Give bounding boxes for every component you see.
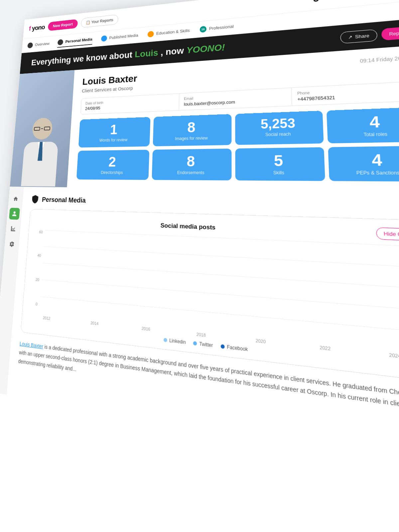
x-label: 2022 xyxy=(314,344,336,352)
tab-professional[interactable]: 16 Professional xyxy=(200,21,233,35)
x-label: 2024 xyxy=(383,351,399,360)
profile-photo xyxy=(10,70,75,188)
stat-directorships[interactable]: 2 Directorships xyxy=(76,150,149,180)
twitter-dot xyxy=(193,341,197,346)
chart-icon xyxy=(10,226,16,232)
stat-number: 8 xyxy=(158,119,226,135)
stat-label: Social reach xyxy=(241,131,317,138)
x-label xyxy=(336,346,359,354)
hero-actions: ↗ Share Report xyxy=(340,26,399,44)
bio-name-link[interactable]: Louis Baxter xyxy=(19,340,43,349)
y-label-0: 0 xyxy=(30,301,38,306)
tab-education-skills[interactable]: Education & Skills xyxy=(147,25,190,39)
stat-label: Endorsements xyxy=(157,170,225,175)
top-bar-left: f yono New Report 📋 Your Reports xyxy=(29,14,118,33)
tab-professional-label: Professional xyxy=(209,24,234,31)
tab-education-skills-label: Education & Skills xyxy=(156,28,190,36)
personal-media-dot xyxy=(58,39,64,45)
x-label xyxy=(230,335,251,343)
x-label xyxy=(271,340,292,347)
stat-images-for-review[interactable]: 8 Images for review xyxy=(153,114,231,146)
facebook-label: Facebook xyxy=(227,344,248,352)
reports-count: 5 xyxy=(313,0,319,4)
hero-name-value: Louis xyxy=(135,48,158,59)
stat-peps-sanctions[interactable]: 4 PEPs & Sanctions xyxy=(328,146,399,182)
legend-facebook: Facebook xyxy=(220,343,248,352)
new-report-button[interactable]: New Report xyxy=(48,19,78,31)
head-shape xyxy=(32,117,53,140)
content-area: Personal Media Social media posts Hide G… xyxy=(6,187,399,473)
x-label xyxy=(155,328,173,334)
profile-name: Louis Baxter xyxy=(82,73,137,87)
linkedin-label: Linkedin xyxy=(169,338,186,345)
stat-label: Directorships xyxy=(81,170,143,175)
stat-number: 5,253 xyxy=(241,116,317,131)
twitter-label: Twitter xyxy=(199,341,213,348)
stat-words-for-review[interactable]: 1 Words for review xyxy=(78,117,150,148)
overview-dot xyxy=(27,42,33,48)
x-label xyxy=(120,324,137,330)
stat-number: 1 xyxy=(84,122,145,137)
tab-overview-label: Overview xyxy=(35,41,50,47)
y-label-40: 40 xyxy=(34,253,41,258)
stats-grid: 1 Words for review 8 Images for review 5… xyxy=(76,107,399,182)
tab-overview[interactable]: Overview xyxy=(27,39,50,50)
hero-prefix: Everything we know about xyxy=(31,50,133,67)
stat-label: Total roles xyxy=(334,131,399,138)
published-media-dot xyxy=(101,35,107,42)
stat-social-reach[interactable]: 5,253 Social reach xyxy=(235,111,324,145)
person-icon xyxy=(12,211,17,217)
x-label xyxy=(173,329,192,336)
x-label xyxy=(103,322,120,328)
y-label-20: 20 xyxy=(32,277,39,282)
stat-number: 5 xyxy=(241,153,318,169)
stat-number: 2 xyxy=(82,155,144,169)
reports-label: Reports Remaining xyxy=(322,0,370,0)
x-label xyxy=(70,319,86,325)
stat-label: Words for review xyxy=(83,137,145,143)
sidebar-item-4[interactable] xyxy=(6,238,17,250)
stat-skills[interactable]: 5 Skills xyxy=(235,147,325,181)
x-label: 2012 xyxy=(39,315,55,321)
app-logo: f yono xyxy=(29,23,45,32)
your-reports-button[interactable]: 📋 Your Reports xyxy=(81,14,118,28)
person-image xyxy=(15,111,66,187)
x-label: 2016 xyxy=(137,326,155,332)
x-label xyxy=(54,317,70,323)
y-label-60: 60 xyxy=(36,230,43,234)
x-label xyxy=(211,333,230,340)
stat-total-roles[interactable]: 4 Total roles xyxy=(326,107,399,144)
stat-label: Skills xyxy=(241,170,318,176)
stat-number: 4 xyxy=(333,113,399,131)
report-button[interactable]: Report xyxy=(381,26,399,41)
stat-label: Images for review xyxy=(158,135,226,142)
legend-linkedin: Linkedin xyxy=(163,337,186,345)
education-skills-dot xyxy=(147,31,154,37)
glass-bridge xyxy=(41,128,43,129)
x-label xyxy=(359,349,383,357)
sidebar-item-2[interactable] xyxy=(9,208,20,220)
home-icon xyxy=(13,196,19,202)
section-title: Personal Media xyxy=(42,196,86,204)
settings-icon xyxy=(9,241,15,247)
hero-brand-value: YOONO! xyxy=(186,42,225,55)
lens-left xyxy=(34,127,40,131)
linkedin-dot xyxy=(163,338,167,342)
facebook-dot xyxy=(220,344,224,349)
tab-personal-media-label: Personal Media xyxy=(65,37,92,44)
legend-twitter: Twitter xyxy=(193,340,213,348)
sidebar-item-1[interactable] xyxy=(10,193,21,204)
professional-dot: 16 xyxy=(200,26,206,33)
x-label xyxy=(292,342,314,349)
x-label: 2018 xyxy=(192,331,211,338)
lens-right xyxy=(44,127,50,131)
glasses-shape xyxy=(34,126,51,131)
reports-remaining: 5 Reports Remaining xyxy=(313,0,370,4)
hide-graph-button[interactable]: Hide Graph xyxy=(376,227,399,241)
sidebar-item-3[interactable] xyxy=(7,223,18,235)
stat-endorsements[interactable]: 8 Endorsements xyxy=(152,149,232,181)
tab-personal-media[interactable]: Personal Media xyxy=(57,35,92,48)
share-button[interactable]: ↗ Share xyxy=(340,29,378,44)
tab-published-media[interactable]: Published Media xyxy=(101,30,138,43)
stat-number: 8 xyxy=(157,154,226,169)
